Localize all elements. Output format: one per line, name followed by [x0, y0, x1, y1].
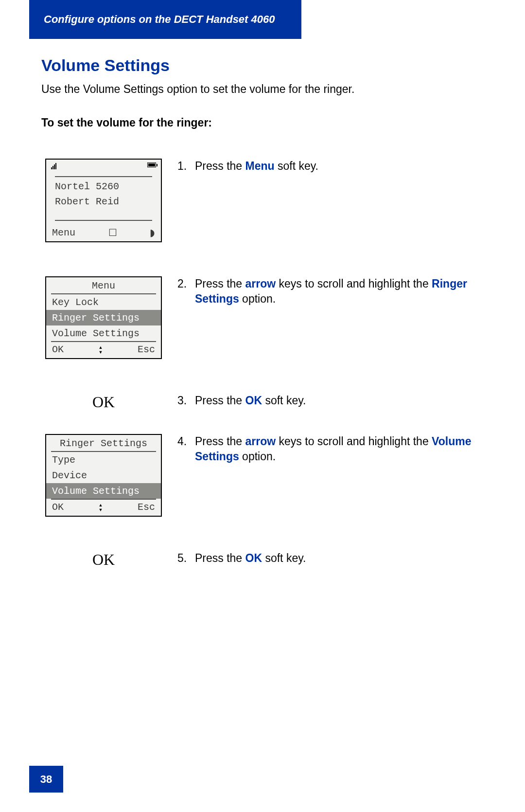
ok-label: OK [45, 393, 162, 410]
menu-item: Type [46, 452, 161, 468]
step-number: 3. [177, 393, 195, 408]
updown-arrows-icon [99, 503, 103, 512]
step-text: Press the Menu soft key. [195, 159, 489, 174]
keyword-menu: Menu [245, 160, 275, 172]
menu-item-selected: Volume Settings [46, 483, 161, 499]
softkey-right: Esc [138, 502, 155, 513]
softkey-left: OK [52, 502, 64, 513]
softkey-left: Menu [52, 227, 75, 238]
step-number: 1. [177, 159, 195, 174]
menu-item-selected: Ringer Settings [46, 310, 161, 325]
step-row: Ringer Settings Type Device Volume Setti… [41, 434, 489, 517]
book-icon: ☐ [108, 227, 117, 238]
intro-text: Use the Volume Settings option to set th… [41, 83, 489, 96]
redial-icon: ◗ [150, 227, 155, 238]
keyword-ok: OK [245, 552, 262, 564]
signal-icon [51, 162, 56, 169]
softkey-right: Esc [138, 344, 155, 355]
updown-arrows-icon [99, 345, 103, 355]
menu-title: Menu [46, 277, 161, 293]
ok-label: OK [45, 551, 162, 567]
step-number: 4. [177, 434, 195, 464]
menu-item: Volume Settings [46, 325, 161, 341]
handset-line2: Robert Reid [55, 194, 152, 209]
procedure-heading: To set the volume for the ringer: [41, 116, 489, 129]
chapter-title: Configure options on the DECT Handset 40… [44, 13, 275, 26]
handset-line1: Nortel 5260 [55, 179, 152, 194]
handset-screen-home: Nortel 5260 Robert Reid Menu ☐ ◗ [45, 159, 162, 242]
keyword-ok: OK [245, 394, 262, 407]
chapter-header: Configure options on the DECT Handset 40… [29, 0, 301, 39]
menu-item: Key Lock [46, 294, 161, 310]
step-text: Press the arrow keys to scroll and highl… [195, 434, 489, 464]
keyword-arrow: arrow [245, 435, 276, 448]
step-row: Menu Key Lock Ringer Settings Volume Set… [41, 276, 489, 359]
menu-item: Device [46, 468, 161, 483]
step-number: 5. [177, 551, 195, 566]
handset-screen-ringer: Ringer Settings Type Device Volume Setti… [45, 434, 162, 517]
step-number: 2. [177, 276, 195, 307]
step-text: Press the OK soft key. [195, 393, 489, 408]
section-title: Volume Settings [41, 56, 489, 75]
step-row: OK 5. Press the OK soft key. [41, 551, 489, 567]
menu-title: Ringer Settings [46, 435, 161, 451]
keyword-arrow: arrow [245, 277, 276, 290]
step-row: OK 3. Press the OK soft key. [41, 393, 489, 410]
step-text: Press the arrow keys to scroll and highl… [195, 276, 489, 307]
softkey-left: OK [52, 344, 64, 355]
step-text: Press the OK soft key. [195, 551, 489, 566]
page-content: Volume Settings Use the Volume Settings … [41, 56, 489, 601]
page-number: 38 [29, 766, 63, 793]
battery-icon [147, 162, 156, 167]
step-row: Nortel 5260 Robert Reid Menu ☐ ◗ 1. Pres… [41, 159, 489, 242]
handset-screen-menu: Menu Key Lock Ringer Settings Volume Set… [45, 276, 162, 359]
